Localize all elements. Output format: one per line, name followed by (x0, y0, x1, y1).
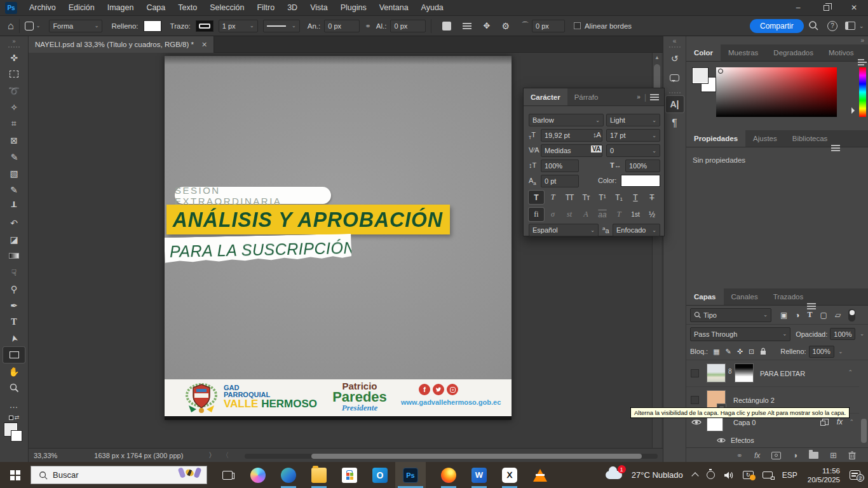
history-panel-icon[interactable]: ↺ (666, 50, 684, 67)
hue-marker-icon[interactable] (851, 107, 858, 114)
language-select[interactable]: Español⌄ (529, 224, 599, 236)
workspace-switcher-icon[interactable] (845, 22, 855, 30)
width-input[interactable]: 0 px (324, 20, 360, 32)
fractions-toggle[interactable]: ½ (644, 208, 660, 221)
stroke-style-select[interactable]: ⌄ (263, 20, 300, 32)
height-input[interactable]: 0 px (390, 20, 426, 32)
foreground-background-colors[interactable] (3, 423, 25, 445)
language-indicator[interactable]: ESP (782, 471, 797, 480)
stylistic-alternates-toggle[interactable]: A (578, 208, 593, 221)
layer-collapse-icon[interactable]: ⌃ (848, 369, 853, 376)
horizontal-scroll-thumb[interactable] (311, 454, 642, 459)
home-icon[interactable]: ⌂ (8, 20, 14, 32)
leading-select[interactable]: 17 pt⌄ (606, 129, 660, 142)
visibility-checkbox-rectangulo-2[interactable] (691, 396, 699, 404)
properties-panel-menu-icon[interactable] (831, 145, 840, 151)
dock-expand-icon[interactable]: » (860, 37, 864, 44)
status-arrow-left-icon[interactable]: 〈 (222, 451, 229, 460)
toolbar-collapse-icon[interactable]: » (0, 36, 28, 44)
layer-thumbnail-para-editar[interactable] (707, 363, 726, 383)
menu-ventana[interactable]: Ventana (373, 0, 415, 16)
restore-icon[interactable] (812, 0, 840, 16)
taskbar-edge-icon[interactable] (273, 462, 304, 488)
menu-capa[interactable]: Capa (140, 0, 172, 16)
filter-shape-icon[interactable]: ▢ (820, 311, 827, 320)
lock-transparent-icon[interactable]: ▦ (713, 348, 719, 356)
layer-name-para-editar[interactable]: PARA EDITAR (760, 370, 805, 377)
lock-position-icon[interactable]: ✜ (737, 348, 743, 356)
link-layers-icon[interactable]: ⚭ (736, 451, 743, 460)
opacity-chevron-icon[interactable]: ⌄ (857, 331, 864, 337)
gradient-tool[interactable] (3, 248, 25, 264)
device-camera-icon[interactable] (707, 471, 715, 479)
speaker-icon[interactable] (724, 471, 734, 480)
tab-propiedades[interactable]: Propiedades (686, 130, 745, 147)
crop-tool[interactable]: ⌗ (3, 116, 25, 132)
filter-adjustment-icon[interactable]: ◑ (795, 311, 799, 320)
layers-scroll-thumb[interactable] (861, 419, 867, 443)
workspace-chevron-icon[interactable]: ⌄ (859, 23, 864, 29)
zoom-tool[interactable] (3, 380, 25, 396)
align-edges-checkbox[interactable] (574, 22, 581, 29)
lasso-tool[interactable]: ➰ (3, 83, 25, 98)
network-icon[interactable] (763, 471, 773, 478)
eyedropper-tool[interactable]: ✐ (3, 149, 25, 165)
weather-icon[interactable]: 1 (606, 471, 622, 479)
help-icon[interactable]: ? (827, 21, 837, 31)
tab-bibliotecas[interactable]: Bibliotecas (785, 130, 836, 147)
tab-degradados[interactable]: Degradados (766, 44, 821, 61)
tab-capas[interactable]: Capas (686, 288, 724, 305)
pen-tool[interactable]: ✒ (3, 297, 25, 313)
tab-ajustes[interactable]: Ajustes (745, 130, 785, 147)
tray-chevron-up-icon[interactable] (693, 471, 698, 478)
filter-smartobject-icon[interactable]: ▱ (835, 311, 841, 320)
path-selection-tool[interactable]: ➤ (3, 330, 25, 346)
taskbar-photoshop-icon[interactable]: Ps (395, 462, 426, 488)
tab-muestras[interactable]: Muestras (721, 44, 766, 61)
scroll-up-icon[interactable]: ▲ (653, 53, 661, 60)
layer-row-para-editar[interactable]: 8 PARA EDITAR ⌃ (686, 360, 859, 387)
effects-label[interactable]: Efectos (731, 437, 754, 444)
fx-badge[interactable]: fx (837, 417, 843, 426)
filter-type-icon[interactable]: T (808, 310, 813, 320)
menu-3d[interactable]: 3D (281, 0, 304, 16)
fill-chevron-icon[interactable]: ⌄ (836, 349, 843, 355)
tab-trazados[interactable]: Trazados (766, 288, 811, 305)
dock-collapse-icon[interactable]: « (663, 36, 686, 44)
magic-wand-tool[interactable]: ✧ (3, 99, 25, 115)
stroke-swatch[interactable] (196, 20, 214, 32)
tool-mode-select[interactable]: Forma⌄ (49, 20, 102, 32)
taskbar-vlc-icon[interactable] (525, 462, 555, 488)
layer-row-efectos[interactable]: Efectos (686, 433, 859, 447)
superscript-toggle[interactable]: T¹ (595, 191, 610, 204)
menu-texto[interactable]: Texto (172, 0, 203, 16)
titling-alternates-toggle[interactable]: aa (595, 208, 610, 221)
blend-mode-select[interactable]: Pass Through⌄ (690, 327, 790, 341)
comments-panel-icon[interactable] (666, 69, 684, 86)
character-panel-menu-icon[interactable] (650, 94, 659, 100)
font-style-select[interactable]: Light⌄ (606, 114, 660, 126)
dodge-tool[interactable]: ⚲ (3, 281, 25, 297)
clock[interactable]: 11:56 20/5/2025 (808, 466, 840, 484)
share-button[interactable]: Compartir (750, 19, 804, 33)
filter-image-icon[interactable]: ▣ (780, 311, 787, 320)
filter-toggle[interactable] (848, 309, 855, 322)
taskbar-explorer-icon[interactable] (304, 462, 334, 488)
close-tab-icon[interactable]: ✕ (201, 41, 207, 49)
marquee-tool[interactable] (3, 66, 25, 82)
hue-slider[interactable] (859, 67, 866, 117)
layer-styles-fx-icon[interactable]: fx (754, 451, 760, 460)
taskbar-word-icon[interactable]: W (464, 462, 494, 488)
taskbar-capcut-icon[interactable]: Ⅹ (494, 462, 525, 488)
new-group-folder-icon[interactable] (809, 452, 818, 459)
taskbar-firefox-icon[interactable] (433, 462, 464, 488)
canvas-horizontal-scrollbar[interactable] (245, 454, 658, 459)
smudge-tool[interactable]: ☟ (3, 264, 25, 280)
layer-filter-select[interactable]: Tipo⌄ (690, 308, 771, 322)
ordinals-toggle[interactable]: 1st (628, 208, 643, 221)
lock-all-icon[interactable] (760, 348, 766, 355)
fill-swatch[interactable] (144, 20, 161, 32)
menu-archivo[interactable]: Archivo (23, 0, 62, 16)
antialias-select[interactable]: Enfocado⌄ (613, 224, 660, 236)
taskbar-outlook-icon[interactable]: O (365, 462, 395, 488)
